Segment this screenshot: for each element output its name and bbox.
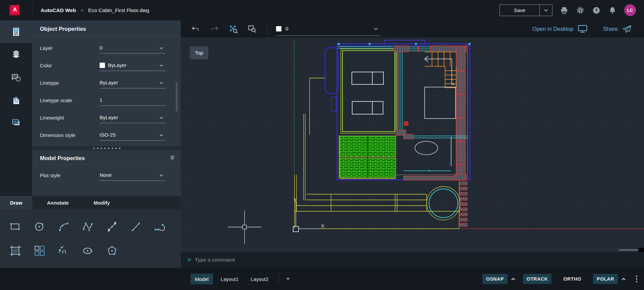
- tab-draw[interactable]: Draw: [0, 196, 32, 209]
- arc-tool-button[interactable]: [52, 215, 76, 239]
- property-row-layer: Layer 0: [32, 39, 181, 57]
- plot-style-dropdown[interactable]: None: [100, 169, 165, 181]
- tab-annotate[interactable]: Annotate: [38, 196, 77, 209]
- linetype-scale-input[interactable]: 1: [100, 94, 165, 106]
- notifications-button[interactable]: [608, 6, 617, 15]
- hatch-tool-button[interactable]: [3, 239, 28, 263]
- ortho-toggle[interactable]: ORTHO: [559, 274, 585, 284]
- chevron-down-icon: [544, 9, 548, 12]
- breadcrumb-file-name[interactable]: Eco Cabin_First Floor.dwg: [88, 7, 149, 13]
- chevron-down-icon: [159, 47, 163, 50]
- add-layout-button[interactable]: +: [283, 275, 293, 283]
- insert-block-icon: [33, 244, 46, 257]
- horizontal-scrollbar-handle[interactable]: [619, 249, 638, 251]
- property-row-linetype: Linetype ByLayer: [32, 74, 181, 91]
- polygon-tool-button[interactable]: [100, 239, 124, 263]
- polar-toggle[interactable]: POLAR: [593, 274, 618, 284]
- autocad-web-app: A AutoCAD Web > Eco Cabin_First Floor.dw…: [0, 0, 644, 290]
- layer-color-swatch: [276, 26, 281, 31]
- sheet-tab-layout2[interactable]: Layout2: [246, 274, 273, 284]
- zoom-extents-icon: [229, 24, 238, 33]
- open-in-desktop-button[interactable]: Open in Desktop: [532, 25, 588, 33]
- undo-icon: [191, 25, 200, 33]
- property-label: Lineweight: [40, 115, 100, 121]
- sheet-tab-model[interactable]: Model: [191, 274, 213, 284]
- top-bar: A AutoCAD Web > Eco Cabin_First Floor.dw…: [0, 0, 644, 20]
- rectangle-tool-button[interactable]: [3, 215, 28, 239]
- sheet-tab-layout1[interactable]: Layout1: [216, 274, 243, 284]
- user-avatar[interactable]: LC: [624, 4, 636, 16]
- spline-tool-button[interactable]: [76, 215, 100, 239]
- circle-tool-button[interactable]: [28, 215, 52, 239]
- drawing-canvas[interactable]: X Y: [181, 38, 644, 248]
- sidebar-item-attachments[interactable]: [0, 89, 32, 112]
- chevron-down-icon: [374, 27, 378, 30]
- ellipse-icon: [82, 244, 94, 257]
- polyline-tool-button[interactable]: [148, 215, 172, 239]
- osnap-toggle[interactable]: OSNAP: [482, 274, 507, 284]
- linetype-dropdown[interactable]: ByLayer: [100, 77, 165, 88]
- settings-gear-icon: [576, 6, 584, 14]
- autocad-logo-icon[interactable]: A: [9, 5, 19, 15]
- command-bar[interactable]: > Type a command: [181, 252, 644, 268]
- share-button[interactable]: Share: [603, 25, 632, 33]
- property-value: 1: [100, 97, 102, 103]
- chevron-down-icon: [159, 64, 163, 67]
- property-value: ByLayer: [100, 80, 118, 85]
- lineweight-dropdown[interactable]: ByLayer: [100, 112, 165, 123]
- construction-line-icon: [106, 220, 118, 233]
- revision-cloud-tool-button[interactable]: [52, 239, 76, 263]
- left-sidebar: [0, 20, 32, 196]
- line-icon: [130, 220, 143, 233]
- zoom-window-button[interactable]: [247, 24, 257, 34]
- svg-text:Y: Y: [293, 197, 297, 203]
- properties-panel-icon: [11, 27, 21, 37]
- panel-title: Object Properties: [32, 20, 181, 37]
- dimension-style-dropdown[interactable]: ISO-25: [100, 129, 165, 141]
- breadcrumb: AutoCAD Web > Eco Cabin_First Floor.dwg: [41, 7, 149, 13]
- scrollbar-corner: [638, 248, 644, 252]
- line-tool-button[interactable]: [124, 215, 148, 239]
- color-dropdown[interactable]: ByLayer: [100, 60, 165, 71]
- sidebar-item-views[interactable]: [0, 112, 32, 134]
- otrack-toggle[interactable]: OTRACK: [523, 274, 551, 284]
- panel-scrollbar[interactable]: [176, 82, 178, 112]
- construction-line-tool-button[interactable]: [100, 215, 124, 239]
- sidebar-item-layers[interactable]: [0, 43, 32, 66]
- ellipse-tool-button[interactable]: [76, 239, 100, 263]
- undo-button[interactable]: [191, 24, 201, 34]
- tools-row-2: [3, 239, 181, 263]
- save-button[interactable]: Save: [500, 5, 539, 16]
- print-button[interactable]: [560, 6, 569, 15]
- breadcrumb-app-name[interactable]: AutoCAD Web: [41, 7, 76, 13]
- current-layer-dropdown[interactable]: 0: [276, 22, 381, 36]
- canvas-toolbar-right: Open in Desktop Share: [532, 25, 644, 33]
- settings-button[interactable]: [576, 6, 585, 15]
- property-value: ByLayer: [100, 115, 118, 120]
- model-properties-header: Model Properties: [32, 150, 181, 165]
- sidebar-item-properties[interactable]: [0, 20, 32, 43]
- share-label: Share: [603, 26, 618, 32]
- collapse-section-button[interactable]: [170, 155, 175, 161]
- command-prompt-icon: >: [187, 257, 191, 263]
- statusbar-overflow-menu[interactable]: [635, 274, 639, 284]
- zoom-extents-button[interactable]: [228, 24, 238, 34]
- redo-button[interactable]: [209, 24, 219, 34]
- polyline-icon: [154, 220, 167, 233]
- property-row-dimension-style: Dimension style ISO-25: [32, 126, 181, 144]
- insert-block-tool-button[interactable]: [28, 239, 52, 263]
- sidebar-item-blocks[interactable]: [0, 66, 32, 89]
- tab-modify[interactable]: Modify: [85, 196, 118, 209]
- save-dropdown-button[interactable]: [539, 5, 552, 16]
- layer-dropdown[interactable]: 0: [100, 42, 165, 54]
- polar-flyout-button[interactable]: [621, 278, 626, 281]
- help-button[interactable]: ?: [592, 6, 601, 15]
- svg-text:?: ?: [595, 8, 598, 13]
- panel-resize-handle[interactable]: [32, 146, 181, 150]
- layers-icon: [11, 50, 21, 60]
- viewcube-top-badge[interactable]: Top: [190, 46, 208, 59]
- osnap-flyout-button[interactable]: [511, 278, 516, 281]
- zoom-window-icon: [248, 24, 257, 33]
- horizontal-scrollbar-track[interactable]: [181, 248, 644, 252]
- property-value: ISO-25: [100, 132, 116, 138]
